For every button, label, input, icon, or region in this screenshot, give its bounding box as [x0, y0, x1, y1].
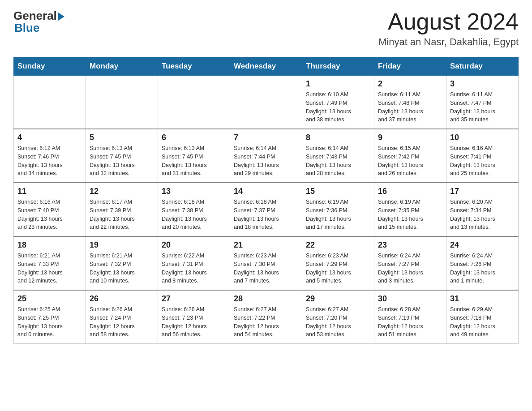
logo-blue-text: Blue	[13, 21, 39, 35]
day-number: 29	[306, 294, 370, 304]
col-tuesday: Tuesday	[158, 57, 230, 76]
day-number: 19	[90, 240, 154, 250]
table-row: 12Sunrise: 6:17 AM Sunset: 7:39 PM Dayli…	[86, 183, 158, 236]
day-info: Sunrise: 6:18 AM Sunset: 7:38 PM Dayligh…	[162, 198, 226, 231]
table-row: 30Sunrise: 6:28 AM Sunset: 7:19 PM Dayli…	[374, 290, 446, 344]
day-number: 1	[306, 79, 370, 89]
day-number: 30	[378, 294, 442, 304]
table-row: 5Sunrise: 6:13 AM Sunset: 7:45 PM Daylig…	[86, 129, 158, 183]
table-row	[230, 76, 302, 129]
logo: General Blue	[13, 9, 64, 35]
table-row: 25Sunrise: 6:25 AM Sunset: 7:25 PM Dayli…	[14, 290, 86, 344]
day-info: Sunrise: 6:26 AM Sunset: 7:24 PM Dayligh…	[90, 305, 154, 339]
table-row: 21Sunrise: 6:23 AM Sunset: 7:30 PM Dayli…	[230, 236, 302, 290]
table-row: 13Sunrise: 6:18 AM Sunset: 7:38 PM Dayli…	[158, 183, 230, 236]
day-info: Sunrise: 6:27 AM Sunset: 7:22 PM Dayligh…	[234, 305, 298, 339]
col-wednesday: Wednesday	[230, 57, 302, 76]
day-info: Sunrise: 6:19 AM Sunset: 7:36 PM Dayligh…	[306, 198, 370, 231]
day-info: Sunrise: 6:27 AM Sunset: 7:20 PM Dayligh…	[306, 305, 370, 339]
table-row: 16Sunrise: 6:19 AM Sunset: 7:35 PM Dayli…	[374, 183, 446, 236]
col-saturday: Saturday	[446, 57, 519, 76]
table-row: 8Sunrise: 6:14 AM Sunset: 7:43 PM Daylig…	[302, 129, 374, 183]
day-number: 16	[378, 187, 442, 196]
day-info: Sunrise: 6:18 AM Sunset: 7:37 PM Dayligh…	[234, 198, 298, 231]
calendar-header-row: Sunday Monday Tuesday Wednesday Thursday…	[14, 57, 519, 76]
table-row	[158, 76, 230, 129]
day-number: 26	[90, 294, 154, 304]
day-info: Sunrise: 6:17 AM Sunset: 7:39 PM Dayligh…	[90, 198, 154, 231]
day-info: Sunrise: 6:14 AM Sunset: 7:43 PM Dayligh…	[306, 144, 370, 178]
day-info: Sunrise: 6:25 AM Sunset: 7:25 PM Dayligh…	[17, 305, 82, 339]
day-info: Sunrise: 6:21 AM Sunset: 7:33 PM Dayligh…	[17, 252, 82, 285]
day-info: Sunrise: 6:16 AM Sunset: 7:40 PM Dayligh…	[17, 198, 82, 231]
day-number: 2	[378, 79, 442, 89]
col-sunday: Sunday	[14, 57, 86, 76]
table-row: 19Sunrise: 6:21 AM Sunset: 7:32 PM Dayli…	[86, 236, 158, 290]
table-row: 29Sunrise: 6:27 AM Sunset: 7:20 PM Dayli…	[302, 290, 374, 344]
col-thursday: Thursday	[302, 57, 374, 76]
table-row: 26Sunrise: 6:26 AM Sunset: 7:24 PM Dayli…	[86, 290, 158, 344]
day-info: Sunrise: 6:23 AM Sunset: 7:30 PM Dayligh…	[234, 252, 298, 285]
day-number: 6	[162, 133, 226, 142]
logo-arrow-icon	[58, 13, 64, 21]
table-row: 15Sunrise: 6:19 AM Sunset: 7:36 PM Dayli…	[302, 183, 374, 236]
day-number: 7	[234, 133, 298, 142]
day-info: Sunrise: 6:15 AM Sunset: 7:42 PM Dayligh…	[378, 144, 442, 178]
page-header: General Blue August 2024 Minyat an Nasr,…	[13, 9, 519, 48]
day-info: Sunrise: 6:28 AM Sunset: 7:19 PM Dayligh…	[378, 305, 442, 339]
day-number: 23	[378, 240, 442, 250]
day-number: 18	[17, 240, 82, 250]
day-info: Sunrise: 6:20 AM Sunset: 7:34 PM Dayligh…	[450, 198, 515, 231]
calendar-week-row: 18Sunrise: 6:21 AM Sunset: 7:33 PM Dayli…	[14, 236, 519, 290]
table-row: 2Sunrise: 6:11 AM Sunset: 7:48 PM Daylig…	[374, 76, 446, 129]
table-row	[14, 76, 86, 129]
location-title: Minyat an Nasr, Dakahlia, Egypt	[378, 36, 519, 48]
table-row: 6Sunrise: 6:13 AM Sunset: 7:45 PM Daylig…	[158, 129, 230, 183]
month-title: August 2024	[378, 9, 519, 34]
day-number: 22	[306, 240, 370, 250]
table-row: 31Sunrise: 6:29 AM Sunset: 7:18 PM Dayli…	[446, 290, 519, 344]
table-row: 1Sunrise: 6:10 AM Sunset: 7:49 PM Daylig…	[302, 76, 374, 129]
day-info: Sunrise: 6:14 AM Sunset: 7:44 PM Dayligh…	[234, 144, 298, 178]
day-info: Sunrise: 6:10 AM Sunset: 7:49 PM Dayligh…	[306, 90, 370, 124]
day-info: Sunrise: 6:22 AM Sunset: 7:31 PM Dayligh…	[162, 252, 226, 285]
day-info: Sunrise: 6:11 AM Sunset: 7:48 PM Dayligh…	[378, 90, 442, 124]
day-info: Sunrise: 6:13 AM Sunset: 7:45 PM Dayligh…	[90, 144, 154, 178]
table-row: 7Sunrise: 6:14 AM Sunset: 7:44 PM Daylig…	[230, 129, 302, 183]
day-number: 28	[234, 294, 298, 304]
title-area: August 2024 Minyat an Nasr, Dakahlia, Eg…	[378, 9, 519, 48]
table-row: 28Sunrise: 6:27 AM Sunset: 7:22 PM Dayli…	[230, 290, 302, 344]
day-info: Sunrise: 6:24 AM Sunset: 7:26 PM Dayligh…	[450, 252, 515, 285]
day-info: Sunrise: 6:21 AM Sunset: 7:32 PM Dayligh…	[90, 252, 154, 285]
day-info: Sunrise: 6:26 AM Sunset: 7:23 PM Dayligh…	[162, 305, 226, 339]
table-row: 4Sunrise: 6:12 AM Sunset: 7:46 PM Daylig…	[14, 129, 86, 183]
calendar-week-row: 4Sunrise: 6:12 AM Sunset: 7:46 PM Daylig…	[14, 129, 519, 183]
table-row: 23Sunrise: 6:24 AM Sunset: 7:27 PM Dayli…	[374, 236, 446, 290]
table-row: 24Sunrise: 6:24 AM Sunset: 7:26 PM Dayli…	[446, 236, 519, 290]
day-info: Sunrise: 6:29 AM Sunset: 7:18 PM Dayligh…	[450, 305, 515, 339]
calendar-week-row: 1Sunrise: 6:10 AM Sunset: 7:49 PM Daylig…	[14, 76, 519, 129]
day-info: Sunrise: 6:19 AM Sunset: 7:35 PM Dayligh…	[378, 198, 442, 231]
day-number: 12	[90, 187, 154, 196]
day-number: 21	[234, 240, 298, 250]
day-info: Sunrise: 6:24 AM Sunset: 7:27 PM Dayligh…	[378, 252, 442, 285]
table-row: 20Sunrise: 6:22 AM Sunset: 7:31 PM Dayli…	[158, 236, 230, 290]
table-row: 3Sunrise: 6:11 AM Sunset: 7:47 PM Daylig…	[446, 76, 519, 129]
day-number: 14	[234, 187, 298, 196]
day-info: Sunrise: 6:11 AM Sunset: 7:47 PM Dayligh…	[450, 90, 515, 124]
calendar-week-row: 11Sunrise: 6:16 AM Sunset: 7:40 PM Dayli…	[14, 183, 519, 236]
day-number: 10	[450, 133, 515, 142]
day-number: 20	[162, 240, 226, 250]
day-number: 25	[17, 294, 82, 304]
calendar-week-row: 25Sunrise: 6:25 AM Sunset: 7:25 PM Dayli…	[14, 290, 519, 344]
day-number: 5	[90, 133, 154, 142]
day-number: 27	[162, 294, 226, 304]
col-friday: Friday	[374, 57, 446, 76]
day-number: 17	[450, 187, 515, 196]
day-info: Sunrise: 6:13 AM Sunset: 7:45 PM Dayligh…	[162, 144, 226, 178]
table-row: 9Sunrise: 6:15 AM Sunset: 7:42 PM Daylig…	[374, 129, 446, 183]
table-row: 27Sunrise: 6:26 AM Sunset: 7:23 PM Dayli…	[158, 290, 230, 344]
day-number: 24	[450, 240, 515, 250]
table-row	[86, 76, 158, 129]
day-info: Sunrise: 6:12 AM Sunset: 7:46 PM Dayligh…	[17, 144, 82, 178]
